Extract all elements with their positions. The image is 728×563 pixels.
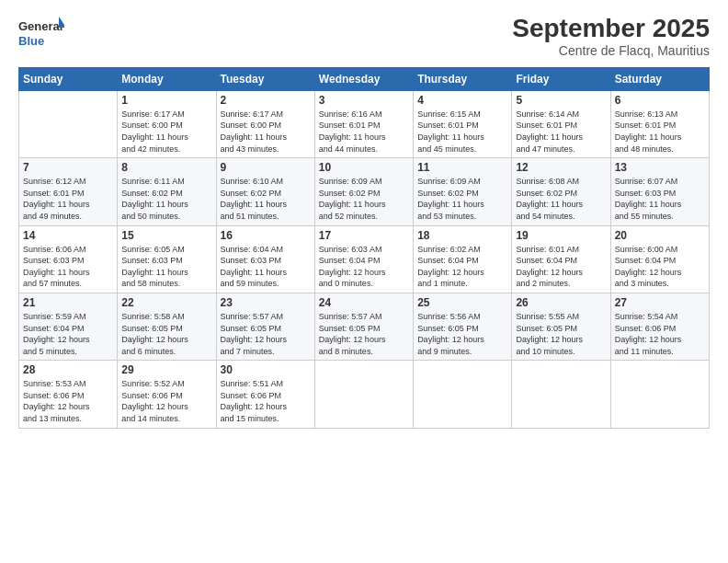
calendar-cell: 24Sunrise: 5:57 AMSunset: 6:05 PMDayligh… <box>314 293 413 360</box>
day-info: Sunrise: 5:58 AMSunset: 6:05 PMDaylight:… <box>121 311 211 357</box>
day-number: 16 <box>221 229 311 242</box>
day-number: 17 <box>319 229 409 242</box>
day-info: Sunrise: 5:51 AMSunset: 6:06 PMDaylight:… <box>221 378 311 424</box>
day-info: Sunrise: 6:14 AMSunset: 6:01 PMDaylight:… <box>516 109 606 155</box>
week-row: 1Sunrise: 6:17 AMSunset: 6:00 PMDaylight… <box>19 90 710 157</box>
day-info: Sunrise: 5:57 AMSunset: 6:05 PMDaylight:… <box>221 311 311 357</box>
day-info: Sunrise: 5:57 AMSunset: 6:05 PMDaylight:… <box>319 311 409 357</box>
calendar-cell <box>19 90 118 157</box>
calendar-cell: 16Sunrise: 6:04 AMSunset: 6:03 PMDayligh… <box>216 225 314 293</box>
calendar-cell: 11Sunrise: 6:09 AMSunset: 6:02 PMDayligh… <box>414 158 512 225</box>
calendar-cell: 7Sunrise: 6:12 AMSunset: 6:01 PMDaylight… <box>19 158 118 225</box>
day-info: Sunrise: 5:56 AMSunset: 6:05 PMDaylight:… <box>417 311 507 357</box>
calendar-cell: 27Sunrise: 5:54 AMSunset: 6:06 PMDayligh… <box>610 293 709 360</box>
day-info: Sunrise: 6:03 AMSunset: 6:04 PMDaylight:… <box>319 244 409 290</box>
day-number: 14 <box>23 229 113 242</box>
day-number: 30 <box>221 363 311 376</box>
day-info: Sunrise: 6:12 AMSunset: 6:01 PMDaylight:… <box>23 176 113 222</box>
calendar-cell: 23Sunrise: 5:57 AMSunset: 6:05 PMDayligh… <box>216 293 314 360</box>
subtitle: Centre de Flacq, Mauritius <box>512 43 710 58</box>
day-number: 1 <box>121 94 211 107</box>
day-number: 21 <box>23 296 113 309</box>
day-of-week-header: Friday <box>512 67 610 90</box>
day-number: 20 <box>615 229 705 242</box>
calendar-cell: 19Sunrise: 6:01 AMSunset: 6:04 PMDayligh… <box>512 225 610 293</box>
week-row: 21Sunrise: 5:59 AMSunset: 6:04 PMDayligh… <box>19 293 710 360</box>
day-info: Sunrise: 6:08 AMSunset: 6:02 PMDaylight:… <box>516 176 606 222</box>
calendar-cell: 18Sunrise: 6:02 AMSunset: 6:04 PMDayligh… <box>414 225 512 293</box>
svg-text:Blue: Blue <box>18 34 44 48</box>
calendar-cell: 28Sunrise: 5:53 AMSunset: 6:06 PMDayligh… <box>19 361 118 428</box>
logo-svg: General Blue <box>18 15 64 50</box>
week-row: 14Sunrise: 6:06 AMSunset: 6:03 PMDayligh… <box>19 225 710 293</box>
calendar-cell: 6Sunrise: 6:13 AMSunset: 6:01 PMDaylight… <box>610 90 709 157</box>
day-number: 2 <box>221 94 311 107</box>
day-number: 9 <box>221 161 311 174</box>
day-number: 11 <box>417 161 507 174</box>
day-of-week-header: Wednesday <box>314 67 413 90</box>
day-number: 25 <box>417 296 507 309</box>
header: General Blue September 2025 Centre de Fl… <box>18 15 710 58</box>
calendar-cell: 14Sunrise: 6:06 AMSunset: 6:03 PMDayligh… <box>19 225 118 293</box>
day-number: 6 <box>615 94 705 107</box>
calendar-cell: 17Sunrise: 6:03 AMSunset: 6:04 PMDayligh… <box>314 225 413 293</box>
day-info: Sunrise: 6:01 AMSunset: 6:04 PMDaylight:… <box>516 244 606 290</box>
day-info: Sunrise: 6:02 AMSunset: 6:04 PMDaylight:… <box>417 244 507 290</box>
day-of-week-header: Saturday <box>610 67 709 90</box>
day-of-week-header: Monday <box>118 67 216 90</box>
calendar-cell: 2Sunrise: 6:17 AMSunset: 6:00 PMDaylight… <box>216 90 314 157</box>
day-number: 12 <box>516 161 606 174</box>
day-number: 26 <box>516 296 606 309</box>
calendar-cell: 5Sunrise: 6:14 AMSunset: 6:01 PMDaylight… <box>512 90 610 157</box>
calendar-cell: 15Sunrise: 6:05 AMSunset: 6:03 PMDayligh… <box>118 225 216 293</box>
day-info: Sunrise: 5:52 AMSunset: 6:06 PMDaylight:… <box>121 378 211 424</box>
calendar-cell: 25Sunrise: 5:56 AMSunset: 6:05 PMDayligh… <box>414 293 512 360</box>
day-number: 10 <box>319 161 409 174</box>
calendar-cell: 10Sunrise: 6:09 AMSunset: 6:02 PMDayligh… <box>314 158 413 225</box>
day-info: Sunrise: 6:00 AMSunset: 6:04 PMDaylight:… <box>615 244 705 290</box>
day-info: Sunrise: 6:11 AMSunset: 6:02 PMDaylight:… <box>121 176 211 222</box>
day-number: 18 <box>417 229 507 242</box>
day-of-week-header: Thursday <box>414 67 512 90</box>
calendar-cell <box>610 361 709 428</box>
svg-text:General: General <box>18 19 63 33</box>
day-info: Sunrise: 5:59 AMSunset: 6:04 PMDaylight:… <box>23 311 113 357</box>
calendar-cell: 29Sunrise: 5:52 AMSunset: 6:06 PMDayligh… <box>118 361 216 428</box>
month-title: September 2025 <box>512 15 710 43</box>
header-row: SundayMondayTuesdayWednesdayThursdayFrid… <box>19 67 710 90</box>
title-block: September 2025 Centre de Flacq, Mauritiu… <box>512 15 710 58</box>
day-number: 13 <box>615 161 705 174</box>
calendar-cell: 8Sunrise: 6:11 AMSunset: 6:02 PMDaylight… <box>118 158 216 225</box>
calendar-cell <box>512 361 610 428</box>
calendar-cell: 4Sunrise: 6:15 AMSunset: 6:01 PMDaylight… <box>414 90 512 157</box>
day-number: 19 <box>516 229 606 242</box>
week-row: 28Sunrise: 5:53 AMSunset: 6:06 PMDayligh… <box>19 361 710 428</box>
day-number: 29 <box>121 363 211 376</box>
calendar-cell: 22Sunrise: 5:58 AMSunset: 6:05 PMDayligh… <box>118 293 216 360</box>
calendar-cell: 20Sunrise: 6:00 AMSunset: 6:04 PMDayligh… <box>610 225 709 293</box>
day-info: Sunrise: 6:09 AMSunset: 6:02 PMDaylight:… <box>319 176 409 222</box>
day-info: Sunrise: 6:10 AMSunset: 6:02 PMDaylight:… <box>221 176 311 222</box>
day-info: Sunrise: 5:55 AMSunset: 6:05 PMDaylight:… <box>516 311 606 357</box>
calendar: SundayMondayTuesdayWednesdayThursdayFrid… <box>18 67 710 429</box>
day-info: Sunrise: 5:53 AMSunset: 6:06 PMDaylight:… <box>23 378 113 424</box>
day-info: Sunrise: 6:17 AMSunset: 6:00 PMDaylight:… <box>221 109 311 155</box>
day-info: Sunrise: 6:06 AMSunset: 6:03 PMDaylight:… <box>23 244 113 290</box>
day-info: Sunrise: 6:07 AMSunset: 6:03 PMDaylight:… <box>615 176 705 222</box>
svg-marker-2 <box>59 17 64 28</box>
page: General Blue September 2025 Centre de Fl… <box>0 0 728 563</box>
day-of-week-header: Tuesday <box>216 67 314 90</box>
day-number: 8 <box>121 161 211 174</box>
calendar-cell: 1Sunrise: 6:17 AMSunset: 6:00 PMDaylight… <box>118 90 216 157</box>
day-number: 4 <box>417 94 507 107</box>
day-info: Sunrise: 6:05 AMSunset: 6:03 PMDaylight:… <box>121 244 211 290</box>
week-row: 7Sunrise: 6:12 AMSunset: 6:01 PMDaylight… <box>19 158 710 225</box>
logo: General Blue <box>18 15 64 50</box>
day-info: Sunrise: 6:04 AMSunset: 6:03 PMDaylight:… <box>221 244 311 290</box>
calendar-cell: 12Sunrise: 6:08 AMSunset: 6:02 PMDayligh… <box>512 158 610 225</box>
day-number: 23 <box>221 296 311 309</box>
day-info: Sunrise: 6:15 AMSunset: 6:01 PMDaylight:… <box>417 109 507 155</box>
calendar-cell: 26Sunrise: 5:55 AMSunset: 6:05 PMDayligh… <box>512 293 610 360</box>
calendar-cell <box>414 361 512 428</box>
calendar-cell: 3Sunrise: 6:16 AMSunset: 6:01 PMDaylight… <box>314 90 413 157</box>
